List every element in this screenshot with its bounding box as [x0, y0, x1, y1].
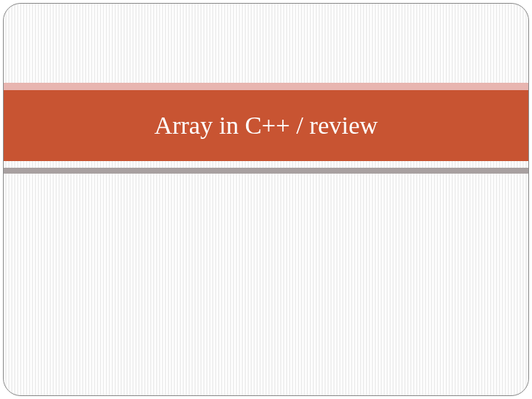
slide-title: Array in C++ / review: [154, 112, 378, 140]
accent-bar-top: [4, 83, 528, 90]
title-bar: Array in C++ / review: [4, 90, 528, 161]
accent-bar-bottom: [4, 168, 528, 174]
slide-frame: Array in C++ / review: [3, 3, 529, 396]
